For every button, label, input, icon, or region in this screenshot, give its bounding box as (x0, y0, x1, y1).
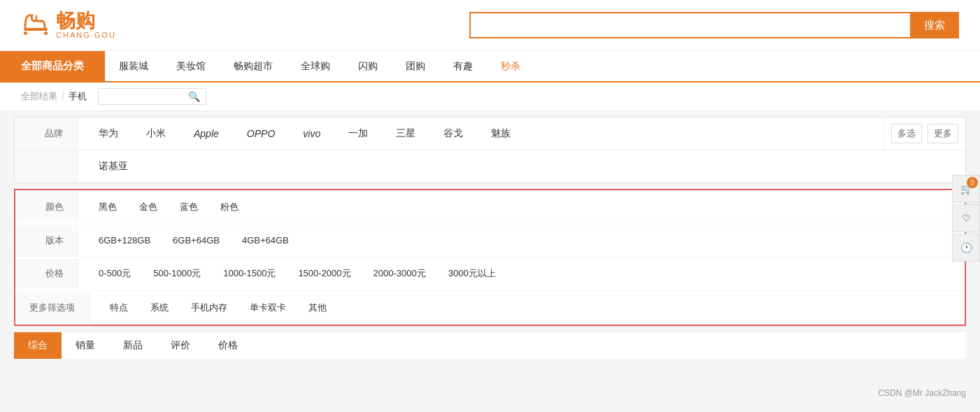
filter-label-color: 颜色 (15, 192, 78, 222)
search-area: 搜索 (469, 12, 959, 38)
filter-price-500-1000[interactable]: 500-1000元 (143, 264, 211, 283)
filter-version-4-64[interactable]: 4GB+64GB (232, 232, 299, 249)
nav-item-chaoshi[interactable]: 畅购超市 (220, 52, 287, 81)
filter-label-price: 价格 (15, 259, 78, 288)
multi-select-button[interactable]: 多选 (891, 124, 922, 143)
filter-section: 颜色 黑色 金色 蓝色 粉色 版本 6GB+128GB 6GB+64GB 4GB… (14, 189, 966, 326)
filter-version-items: 6GB+128GB 6GB+64GB 4GB+64GB (78, 225, 309, 256)
brand-oneplus[interactable]: 一加 (334, 123, 382, 144)
filter-more-features[interactable]: 特点 (100, 298, 138, 318)
nav-item-shang[interactable]: 闪购 (344, 52, 392, 81)
filter-more-other[interactable]: 其他 (299, 298, 336, 318)
brand-label: 品牌 (15, 118, 78, 150)
filter-row-price: 价格 0-500元 500-1000元 1000-1500元 1500-2000… (15, 257, 965, 291)
filter-color-black[interactable]: 黑色 (89, 197, 127, 217)
filter-row-version: 版本 6GB+128GB 6GB+64GB 4GB+64GB (15, 225, 965, 257)
breadcrumb-search-input[interactable] (104, 92, 188, 102)
search-button[interactable]: 搜索 (910, 12, 959, 38)
filter-label-version: 版本 (15, 226, 78, 255)
svg-rect-1 (24, 31, 27, 35)
header: 畅购 CHANG GOU 搜索 (0, 0, 980, 51)
search-input[interactable] (469, 12, 910, 38)
sort-tab-price[interactable]: 价格 (204, 332, 252, 359)
brand-xiaomi[interactable]: 小米 (132, 123, 180, 144)
sort-tab-review[interactable]: 评价 (157, 332, 204, 359)
brand-meizu[interactable]: 魅族 (477, 123, 525, 144)
logo-cn: 畅购 (56, 11, 116, 31)
filter-version-6-128[interactable]: 6GB+128GB (89, 232, 160, 249)
nav-item-fuzhuang[interactable]: 服装城 (105, 52, 162, 81)
svg-rect-0 (24, 28, 48, 31)
brand-actions: 多选 更多 (883, 118, 965, 150)
breadcrumb-home[interactable]: 全部结果 (21, 90, 57, 103)
brand-row-1: 品牌 华为 小米 Apple OPPO vivo 一加 三星 谷戈 魅族 多选 … (15, 118, 965, 150)
breadcrumb-search-box: 🔍 (98, 88, 206, 105)
svg-rect-2 (44, 31, 48, 35)
filter-version-6-64[interactable]: 6GB+64GB (163, 232, 229, 249)
logo: 畅购 CHANG GOU (21, 8, 116, 42)
filter-row-color: 颜色 黑色 金色 蓝色 粉色 (15, 190, 965, 225)
filter-color-pink[interactable]: 粉色 (211, 197, 248, 217)
breadcrumb-bar: 全部结果 / 手机 🔍 (0, 83, 980, 111)
cart-sidebar-icon[interactable]: 🛒 0 (952, 175, 980, 203)
filter-price-items: 0-500元 500-1000元 1000-1500元 1500-2000元 2… (78, 257, 516, 290)
nav-item-meizhuang[interactable]: 美妆馆 (162, 52, 220, 81)
more-button[interactable]: 更多 (928, 124, 958, 143)
logo-icon (21, 8, 50, 42)
brand-oppo[interactable]: OPPO (233, 124, 289, 143)
sort-tab-new[interactable]: 新品 (109, 332, 157, 359)
sort-bar: 综合 销量 新品 评价 价格 (14, 332, 966, 359)
filter-price-1000-1500[interactable]: 1000-1500元 (213, 264, 285, 283)
filter-price-2000-3000[interactable]: 2000-3000元 (364, 264, 436, 283)
brand-row-2: 诺基亚 (15, 150, 965, 183)
breadcrumb-current: 手机 (69, 90, 87, 103)
nav-all-categories[interactable]: 全部商品分类 (0, 51, 105, 81)
filter-more-system[interactable]: 系统 (141, 298, 178, 318)
logo-text: 畅购 CHANG GOU (56, 11, 116, 39)
logo-en: CHANG GOU (56, 31, 116, 39)
brand-huawei[interactable]: 华为 (85, 123, 132, 144)
sort-tab-sales[interactable]: 销量 (62, 332, 109, 359)
right-sidebar: 🛒 0 ♡ 🕐 (952, 175, 980, 262)
brand-guge[interactable]: 谷戈 (429, 123, 477, 144)
filter-more-simcard[interactable]: 单卡双卡 (240, 298, 296, 318)
filter-color-gold[interactable]: 金色 (129, 197, 167, 217)
breadcrumb-search-icon[interactable]: 🔍 (188, 91, 200, 102)
brand-vivo[interactable]: vivo (289, 124, 334, 143)
filter-row-more: 更多筛选项 特点 系统 手机内存 单卡双卡 其他 (15, 291, 965, 325)
filter-price-0-500[interactable]: 0-500元 (89, 264, 141, 283)
filter-more-memory[interactable]: 手机内存 (181, 298, 237, 318)
history-sidebar-icon[interactable]: 🕐 (952, 234, 980, 262)
nav-items: 服装城 美妆馆 畅购超市 全球购 闪购 团购 有趣 秒杀 (105, 52, 534, 81)
brand-row2-items: 诺基亚 (78, 150, 965, 183)
nav-item-youqu[interactable]: 有趣 (439, 52, 487, 81)
nav-item-tuan[interactable]: 团购 (392, 52, 439, 81)
wishlist-sidebar-icon[interactable]: ♡ (952, 204, 980, 232)
brand-items: 华为 小米 Apple OPPO vivo 一加 三星 谷戈 魅族 (78, 118, 883, 150)
cart-badge: 0 (967, 177, 978, 188)
brand-label-2 (15, 150, 78, 183)
nav-item-seckill[interactable]: 秒杀 (487, 52, 534, 81)
history-icon: 🕐 (960, 242, 972, 253)
nav-item-quanqiu[interactable]: 全球购 (287, 52, 344, 81)
breadcrumb-separator: / (62, 91, 64, 102)
filter-more-items: 特点 系统 手机内存 单卡双卡 其他 (90, 291, 347, 325)
filter-price-1500-2000[interactable]: 1500-2000元 (288, 264, 360, 283)
brand-apple[interactable]: Apple (180, 124, 233, 143)
heart-icon: ♡ (962, 213, 971, 224)
filter-label-more: 更多筛选项 (15, 293, 90, 322)
brand-section: 品牌 华为 小米 Apple OPPO vivo 一加 三星 谷戈 魅族 多选 … (14, 117, 966, 183)
sort-tab-comprehensive[interactable]: 综合 (14, 332, 62, 359)
filter-price-3000-plus[interactable]: 3000元以上 (439, 264, 506, 283)
main-nav: 全部商品分类 服装城 美妆馆 畅购超市 全球购 闪购 团购 有趣 秒杀 (0, 51, 980, 83)
filter-color-items: 黑色 金色 蓝色 粉色 (78, 190, 259, 224)
brand-samsung[interactable]: 三星 (382, 123, 429, 144)
filter-color-blue[interactable]: 蓝色 (170, 197, 208, 217)
brand-nokia[interactable]: 诺基亚 (85, 156, 142, 177)
